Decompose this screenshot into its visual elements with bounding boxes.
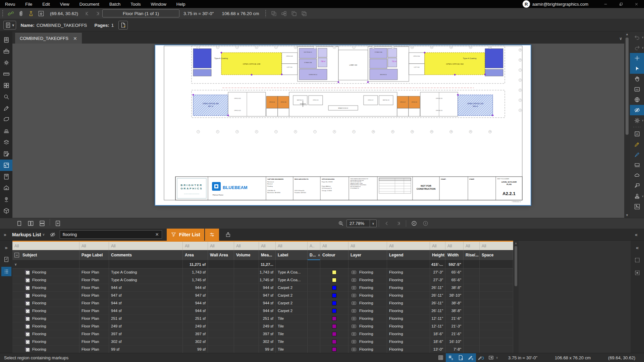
- menu-file[interactable]: File: [20, 0, 37, 8]
- snap-to-grid-button[interactable]: S: [446, 353, 456, 362]
- minimize-button[interactable]: [598, 0, 613, 8]
- column-header-layer[interactable]: Layer: [348, 250, 387, 260]
- hide-markups-icon[interactable]: [48, 230, 58, 239]
- side-by-side-icon[interactable]: [25, 219, 36, 228]
- layer-visible-eye-icon[interactable]: [351, 316, 357, 321]
- layer-visible-eye-icon[interactable]: [351, 308, 357, 313]
- sidebar-properties[interactable]: [0, 57, 12, 68]
- tool-pan-tool[interactable]: [630, 74, 644, 84]
- column-header-height[interactable]: Height: [430, 250, 445, 260]
- snap-to-markup-button[interactable]: S: [466, 353, 476, 362]
- select-region-icon[interactable]: [36, 9, 46, 18]
- column-header-width[interactable]: Width: [445, 250, 464, 260]
- paperclip-icon[interactable]: [16, 9, 26, 18]
- filter-layer[interactable]: All: [348, 242, 387, 250]
- column-header-label[interactable]: Label: [276, 250, 308, 260]
- filter-width[interactable]: All: [445, 242, 464, 250]
- filter-list-button[interactable]: Filter List: [167, 229, 204, 241]
- tool-undo[interactable]: ∨: [630, 32, 644, 43]
- markup-row[interactable]: FlooringFloor Plan99 sf99 sf99 sfTileFlo…: [12, 346, 513, 353]
- markup-row[interactable]: FlooringFloor Plan249 sf249 sf249 sfTile…: [12, 322, 513, 330]
- filter-label[interactable]: All: [276, 242, 308, 250]
- prev-page-icon[interactable]: [381, 219, 392, 228]
- totals-row[interactable]: ∨11,271 sf11,27...415'-...592'-5": [12, 260, 513, 268]
- colour-swatch[interactable]: [332, 301, 336, 305]
- tool-hide-markups[interactable]: [630, 105, 644, 115]
- markup-row[interactable]: FlooringFloor Plan397 sf397 sf397 sfTile…: [12, 330, 513, 338]
- document-tab[interactable]: COMBINED_TAKEOFFS ✕: [15, 33, 82, 44]
- markup-row[interactable]: FlooringFloor Plan251 sf251 sf251 sfTile…: [12, 315, 513, 322]
- layer-visible-eye-icon[interactable]: [351, 301, 357, 306]
- menu-window[interactable]: Window: [146, 0, 171, 8]
- colour-swatch[interactable]: [332, 316, 336, 321]
- column-header-space[interactable]: Space: [480, 250, 513, 260]
- tool-callout-tool[interactable]: [630, 181, 644, 191]
- layer-visible-eye-icon[interactable]: [351, 293, 357, 298]
- tool-redo[interactable]: ∨: [630, 43, 644, 53]
- tool-brightness[interactable]: ∨: [630, 115, 644, 126]
- sidebar-search[interactable]: [0, 91, 12, 103]
- next-view-icon[interactable]: [420, 219, 431, 228]
- tool-stamp-tool[interactable]: ∨: [630, 191, 644, 201]
- toolbar-drag-handle[interactable]: [265, 10, 267, 17]
- sidebar-flags[interactable]: [0, 114, 12, 125]
- colour-swatch[interactable]: [332, 278, 336, 282]
- column-header-comments[interactable]: Comments: [109, 250, 183, 260]
- document-viewer[interactable]: OPEN OFFICE 248OPEN OFFICE 302Type A Coa…: [12, 44, 624, 218]
- tool-squiggly-tool[interactable]: [630, 160, 644, 170]
- markups-list-tab[interactable]: [1, 267, 11, 276]
- insert-page-button[interactable]: [118, 21, 128, 29]
- colour-swatch[interactable]: [332, 309, 336, 313]
- tab-list-caret-icon[interactable]: ∨: [619, 36, 622, 41]
- sidebar-tool-chest[interactable]: [0, 46, 12, 57]
- filter-height[interactable]: All: [430, 242, 445, 250]
- column-header-legend[interactable]: Legend: [387, 250, 430, 260]
- layer-visible-eye-icon[interactable]: [351, 339, 357, 344]
- tool-cloud-tool[interactable]: [630, 170, 644, 181]
- sidebar-layers[interactable]: [0, 137, 12, 148]
- link-views[interactable]: [1, 255, 11, 264]
- tool-highlighter-tool[interactable]: [630, 139, 644, 149]
- sidebar-bookmarks[interactable]: [0, 171, 12, 182]
- colour-swatch[interactable]: [332, 270, 336, 275]
- colour-swatch[interactable]: [332, 347, 336, 352]
- fit-page-icon[interactable]: [52, 219, 63, 228]
- flag-icon[interactable]: [26, 9, 36, 18]
- tool-pen-tool[interactable]: [630, 149, 644, 160]
- markup-row[interactable]: FlooringFloor Plan944 sf944 sf944 sfCarp…: [12, 307, 513, 315]
- cut-region[interactable]: [632, 268, 642, 278]
- menu-help[interactable]: Help: [171, 0, 191, 8]
- markup-alignment-button[interactable]: [476, 353, 486, 362]
- viewer-vertical-scrollbar[interactable]: ▲ ▼: [624, 32, 630, 218]
- filter-legend[interactable]: All: [387, 242, 430, 250]
- layer-visible-eye-icon[interactable]: [351, 278, 357, 283]
- menu-revu[interactable]: Revu: [0, 0, 20, 8]
- tool-escape-key[interactable]: esc: [630, 84, 644, 95]
- filter-rise[interactable]: All: [464, 242, 480, 250]
- sidebar-markup-tools[interactable]: [0, 103, 12, 114]
- link-icon[interactable]: [6, 9, 16, 18]
- markup-row[interactable]: FlooringFloor Plan944 sf944 sf944 sfCarp…: [12, 284, 513, 292]
- previous-view-icon[interactable]: [408, 219, 420, 228]
- column-header-volume[interactable]: Volume: [234, 250, 259, 260]
- colour-swatch[interactable]: [332, 286, 336, 290]
- nav-next-icon[interactable]: [92, 9, 102, 18]
- menu-view[interactable]: View: [55, 0, 74, 8]
- chevrons-left-icon[interactable]: «: [631, 230, 641, 239]
- filter-comments[interactable]: All: [109, 242, 183, 250]
- restore-button[interactable]: [613, 0, 629, 8]
- markup-row[interactable]: FlooringFloor PlanType A Coating1,745 sf…: [12, 276, 513, 284]
- filter-volume[interactable]: All: [234, 242, 259, 250]
- sidebar-3d-tools[interactable]: [0, 205, 12, 217]
- tool-select-tool[interactable]: [630, 63, 644, 74]
- toolbar-drag-handle[interactable]: [2, 10, 4, 17]
- status-scale[interactable]: 3.75 in = 30'-0": [499, 355, 546, 360]
- zoom-caret-icon[interactable]: ∨: [370, 220, 376, 227]
- zoom-magnifier-icon[interactable]: [335, 219, 346, 228]
- nav-previous-icon[interactable]: [82, 9, 92, 18]
- chevrons-right-icon[interactable]: »: [0, 230, 10, 239]
- column-header-colour[interactable]: Colour: [320, 250, 348, 260]
- table-vertical-scrollbar[interactable]: ∧: [513, 241, 519, 353]
- document-menu-button[interactable]: ∨: [3, 21, 16, 29]
- select-region[interactable]: [632, 255, 642, 265]
